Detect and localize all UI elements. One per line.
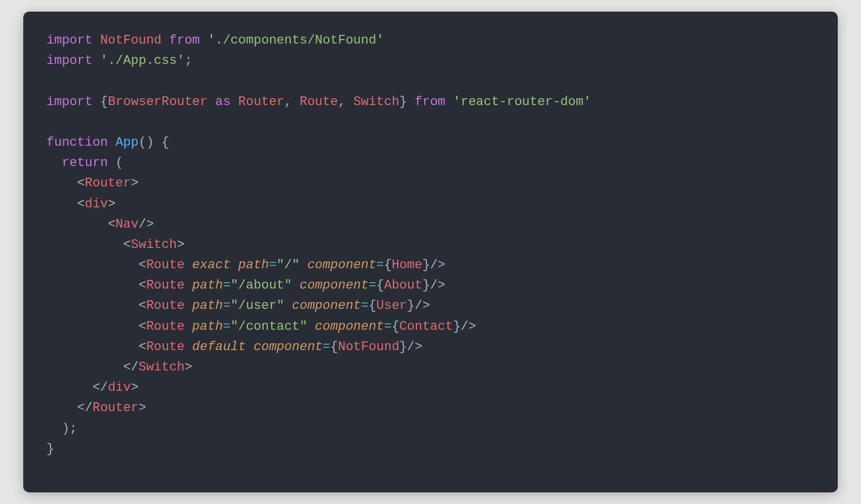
jsx-route: Route	[146, 340, 185, 354]
identifier-browserrouter: BrowserRouter	[108, 95, 208, 109]
equals: =	[223, 319, 231, 334]
attr-exact: exact	[192, 258, 231, 272]
keyword-from: from	[415, 95, 446, 109]
string-val: "/"	[277, 258, 300, 272]
self-close: />	[415, 298, 430, 313]
semicolon: ;	[70, 422, 77, 436]
jsx-route: Route	[146, 298, 185, 313]
identifier-contact: Contact	[399, 319, 453, 334]
attr-component: component	[315, 319, 384, 334]
attr-component: component	[292, 298, 361, 313]
attr-path: path	[192, 319, 223, 334]
angle-open: <	[138, 319, 146, 334]
attr-default: default	[192, 340, 246, 354]
self-close: />	[430, 258, 445, 272]
code-block: import NotFound from './components/NotFo…	[23, 12, 838, 492]
identifier-router: Router	[238, 95, 284, 109]
identifier-notfound: NotFound	[338, 340, 400, 354]
angle-open: <	[77, 197, 85, 211]
self-close: />	[138, 217, 153, 232]
comma: ,	[338, 95, 346, 109]
angle-open: <	[108, 217, 116, 232]
angle-open: <	[77, 176, 85, 190]
angle-close: >	[177, 237, 184, 252]
angle-open-close: </	[123, 360, 138, 375]
self-close: />	[430, 278, 445, 293]
string-path: './App.css'	[100, 53, 184, 68]
self-close: />	[461, 319, 476, 334]
angle-close: >	[138, 401, 146, 415]
identifier-route: Route	[300, 95, 338, 109]
equals: =	[384, 319, 392, 334]
jsx-router: Router	[85, 176, 131, 190]
keyword-import: import	[46, 33, 92, 48]
string-val: "/about"	[231, 278, 292, 293]
attr-path: path	[238, 258, 269, 272]
brace-open: {	[100, 95, 107, 109]
equals: =	[361, 298, 368, 313]
keyword-return: return	[62, 156, 107, 170]
brace-open: {	[384, 258, 392, 272]
brace-open: {	[369, 298, 376, 313]
equals: =	[269, 258, 277, 272]
function-name: App	[116, 135, 139, 150]
keyword-import: import	[46, 53, 92, 68]
angle-open-close: </	[92, 380, 107, 395]
parens: ()	[138, 135, 153, 150]
angle-close: >	[131, 380, 138, 395]
angle-open: <	[138, 258, 146, 272]
brace-open: {	[392, 319, 399, 334]
brace-close: }	[407, 298, 415, 313]
angle-open: <	[123, 237, 131, 252]
angle-open: <	[138, 298, 146, 313]
keyword-as: as	[215, 95, 230, 109]
comma: ,	[284, 95, 292, 109]
code-content: import NotFound from './components/NotFo…	[46, 30, 815, 459]
brace-open: {	[331, 340, 338, 354]
paren-open: (	[116, 156, 123, 170]
jsx-route: Route	[146, 319, 185, 334]
equals: =	[376, 258, 384, 272]
angle-close: >	[108, 197, 116, 211]
brace-close: }	[422, 278, 430, 293]
jsx-nav: Nav	[116, 217, 139, 232]
identifier-about: About	[384, 278, 422, 293]
keyword-import: import	[46, 95, 92, 109]
equals: =	[223, 278, 231, 293]
jsx-div: div	[108, 380, 131, 395]
string-path: './components/NotFound'	[207, 33, 384, 48]
angle-close: >	[131, 176, 138, 190]
identifier-home: Home	[392, 258, 422, 272]
attr-component: component	[253, 340, 322, 354]
string-path: 'react-router-dom'	[453, 95, 591, 109]
keyword-function: function	[46, 135, 108, 150]
brace-close: }	[46, 442, 54, 456]
paren-close: )	[62, 422, 69, 436]
identifier-switch: Switch	[353, 95, 399, 109]
jsx-router: Router	[92, 401, 138, 415]
brace-close: }	[422, 258, 430, 272]
jsx-route: Route	[146, 258, 185, 272]
identifier-notfound: NotFound	[100, 33, 162, 48]
identifier-user: User	[376, 298, 407, 313]
angle-close: >	[185, 360, 192, 375]
string-val: "/user"	[231, 298, 284, 313]
keyword-from: from	[169, 33, 200, 48]
angle-open: <	[138, 340, 146, 354]
brace-close: }	[399, 95, 407, 109]
attr-component: component	[300, 278, 369, 293]
jsx-switch: Switch	[138, 360, 184, 375]
jsx-route: Route	[146, 278, 185, 293]
jsx-div: div	[85, 197, 108, 211]
equals: =	[223, 298, 231, 313]
self-close: />	[407, 340, 422, 354]
attr-path: path	[192, 278, 223, 293]
brace-open: {	[376, 278, 384, 293]
attr-component: component	[307, 258, 376, 272]
string-val: "/contact"	[231, 319, 307, 334]
angle-open: <	[138, 278, 146, 293]
brace-close: }	[453, 319, 461, 334]
angle-open-close: </	[77, 401, 92, 415]
equals: =	[369, 278, 376, 293]
jsx-switch: Switch	[131, 237, 177, 252]
